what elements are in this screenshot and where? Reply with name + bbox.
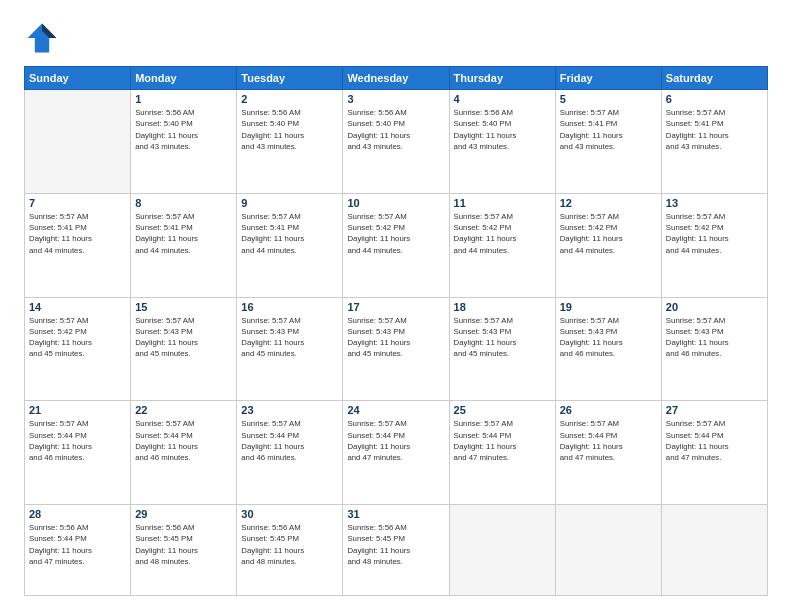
weekday-header-saturday: Saturday — [661, 67, 767, 90]
calendar-cell: 8Sunrise: 5:57 AM Sunset: 5:41 PM Daylig… — [131, 193, 237, 297]
weekday-header-sunday: Sunday — [25, 67, 131, 90]
calendar-cell — [25, 90, 131, 194]
day-number: 24 — [347, 404, 444, 416]
day-info: Sunrise: 5:56 AM Sunset: 5:40 PM Dayligh… — [135, 107, 232, 152]
day-info: Sunrise: 5:56 AM Sunset: 5:45 PM Dayligh… — [241, 522, 338, 567]
day-number: 21 — [29, 404, 126, 416]
day-number: 26 — [560, 404, 657, 416]
day-number: 14 — [29, 301, 126, 313]
day-info: Sunrise: 5:57 AM Sunset: 5:44 PM Dayligh… — [560, 418, 657, 463]
week-row-2: 7Sunrise: 5:57 AM Sunset: 5:41 PM Daylig… — [25, 193, 768, 297]
day-number: 22 — [135, 404, 232, 416]
calendar-cell: 11Sunrise: 5:57 AM Sunset: 5:42 PM Dayli… — [449, 193, 555, 297]
day-number: 10 — [347, 197, 444, 209]
day-number: 17 — [347, 301, 444, 313]
day-info: Sunrise: 5:57 AM Sunset: 5:42 PM Dayligh… — [29, 315, 126, 360]
calendar-cell: 20Sunrise: 5:57 AM Sunset: 5:43 PM Dayli… — [661, 297, 767, 401]
day-info: Sunrise: 5:56 AM Sunset: 5:40 PM Dayligh… — [454, 107, 551, 152]
calendar-cell: 15Sunrise: 5:57 AM Sunset: 5:43 PM Dayli… — [131, 297, 237, 401]
weekday-header-tuesday: Tuesday — [237, 67, 343, 90]
day-info: Sunrise: 5:57 AM Sunset: 5:43 PM Dayligh… — [560, 315, 657, 360]
day-number: 23 — [241, 404, 338, 416]
week-row-1: 1Sunrise: 5:56 AM Sunset: 5:40 PM Daylig… — [25, 90, 768, 194]
day-number: 1 — [135, 93, 232, 105]
calendar-cell: 31Sunrise: 5:56 AM Sunset: 5:45 PM Dayli… — [343, 505, 449, 596]
day-info: Sunrise: 5:57 AM Sunset: 5:44 PM Dayligh… — [29, 418, 126, 463]
calendar-cell: 16Sunrise: 5:57 AM Sunset: 5:43 PM Dayli… — [237, 297, 343, 401]
day-number: 6 — [666, 93, 763, 105]
week-row-4: 21Sunrise: 5:57 AM Sunset: 5:44 PM Dayli… — [25, 401, 768, 505]
header — [24, 20, 768, 56]
calendar-cell: 30Sunrise: 5:56 AM Sunset: 5:45 PM Dayli… — [237, 505, 343, 596]
calendar-cell: 5Sunrise: 5:57 AM Sunset: 5:41 PM Daylig… — [555, 90, 661, 194]
day-info: Sunrise: 5:57 AM Sunset: 5:44 PM Dayligh… — [241, 418, 338, 463]
calendar-cell: 10Sunrise: 5:57 AM Sunset: 5:42 PM Dayli… — [343, 193, 449, 297]
day-info: Sunrise: 5:57 AM Sunset: 5:41 PM Dayligh… — [29, 211, 126, 256]
day-info: Sunrise: 5:56 AM Sunset: 5:40 PM Dayligh… — [347, 107, 444, 152]
calendar-cell: 14Sunrise: 5:57 AM Sunset: 5:42 PM Dayli… — [25, 297, 131, 401]
day-number: 27 — [666, 404, 763, 416]
day-info: Sunrise: 5:57 AM Sunset: 5:42 PM Dayligh… — [666, 211, 763, 256]
calendar-cell — [449, 505, 555, 596]
day-number: 11 — [454, 197, 551, 209]
day-number: 9 — [241, 197, 338, 209]
calendar-cell: 21Sunrise: 5:57 AM Sunset: 5:44 PM Dayli… — [25, 401, 131, 505]
calendar-cell: 26Sunrise: 5:57 AM Sunset: 5:44 PM Dayli… — [555, 401, 661, 505]
week-row-3: 14Sunrise: 5:57 AM Sunset: 5:42 PM Dayli… — [25, 297, 768, 401]
calendar-cell: 4Sunrise: 5:56 AM Sunset: 5:40 PM Daylig… — [449, 90, 555, 194]
calendar-cell: 24Sunrise: 5:57 AM Sunset: 5:44 PM Dayli… — [343, 401, 449, 505]
day-info: Sunrise: 5:57 AM Sunset: 5:43 PM Dayligh… — [135, 315, 232, 360]
calendar-cell: 17Sunrise: 5:57 AM Sunset: 5:43 PM Dayli… — [343, 297, 449, 401]
calendar-cell — [661, 505, 767, 596]
day-number: 12 — [560, 197, 657, 209]
weekday-header-friday: Friday — [555, 67, 661, 90]
day-info: Sunrise: 5:57 AM Sunset: 5:44 PM Dayligh… — [454, 418, 551, 463]
day-number: 20 — [666, 301, 763, 313]
day-info: Sunrise: 5:57 AM Sunset: 5:42 PM Dayligh… — [454, 211, 551, 256]
day-info: Sunrise: 5:57 AM Sunset: 5:44 PM Dayligh… — [666, 418, 763, 463]
day-number: 18 — [454, 301, 551, 313]
day-number: 13 — [666, 197, 763, 209]
weekday-header-thursday: Thursday — [449, 67, 555, 90]
day-info: Sunrise: 5:57 AM Sunset: 5:43 PM Dayligh… — [454, 315, 551, 360]
calendar-cell: 25Sunrise: 5:57 AM Sunset: 5:44 PM Dayli… — [449, 401, 555, 505]
day-number: 29 — [135, 508, 232, 520]
day-number: 16 — [241, 301, 338, 313]
day-info: Sunrise: 5:57 AM Sunset: 5:41 PM Dayligh… — [560, 107, 657, 152]
day-number: 31 — [347, 508, 444, 520]
page: SundayMondayTuesdayWednesdayThursdayFrid… — [0, 0, 792, 612]
day-number: 25 — [454, 404, 551, 416]
weekday-header-monday: Monday — [131, 67, 237, 90]
calendar-cell: 7Sunrise: 5:57 AM Sunset: 5:41 PM Daylig… — [25, 193, 131, 297]
calendar-cell: 2Sunrise: 5:56 AM Sunset: 5:40 PM Daylig… — [237, 90, 343, 194]
calendar-cell: 9Sunrise: 5:57 AM Sunset: 5:41 PM Daylig… — [237, 193, 343, 297]
calendar-cell: 22Sunrise: 5:57 AM Sunset: 5:44 PM Dayli… — [131, 401, 237, 505]
day-info: Sunrise: 5:56 AM Sunset: 5:40 PM Dayligh… — [241, 107, 338, 152]
day-info: Sunrise: 5:57 AM Sunset: 5:41 PM Dayligh… — [135, 211, 232, 256]
day-info: Sunrise: 5:57 AM Sunset: 5:42 PM Dayligh… — [347, 211, 444, 256]
logo — [24, 20, 66, 56]
calendar-cell — [555, 505, 661, 596]
calendar-cell: 1Sunrise: 5:56 AM Sunset: 5:40 PM Daylig… — [131, 90, 237, 194]
calendar-cell: 29Sunrise: 5:56 AM Sunset: 5:45 PM Dayli… — [131, 505, 237, 596]
calendar-cell: 18Sunrise: 5:57 AM Sunset: 5:43 PM Dayli… — [449, 297, 555, 401]
calendar-table: SundayMondayTuesdayWednesdayThursdayFrid… — [24, 66, 768, 596]
calendar-cell: 3Sunrise: 5:56 AM Sunset: 5:40 PM Daylig… — [343, 90, 449, 194]
day-number: 15 — [135, 301, 232, 313]
week-row-5: 28Sunrise: 5:56 AM Sunset: 5:44 PM Dayli… — [25, 505, 768, 596]
day-info: Sunrise: 5:57 AM Sunset: 5:43 PM Dayligh… — [241, 315, 338, 360]
day-info: Sunrise: 5:57 AM Sunset: 5:44 PM Dayligh… — [347, 418, 444, 463]
day-number: 2 — [241, 93, 338, 105]
day-info: Sunrise: 5:57 AM Sunset: 5:43 PM Dayligh… — [347, 315, 444, 360]
day-number: 3 — [347, 93, 444, 105]
day-number: 30 — [241, 508, 338, 520]
day-number: 4 — [454, 93, 551, 105]
day-info: Sunrise: 5:57 AM Sunset: 5:42 PM Dayligh… — [560, 211, 657, 256]
day-info: Sunrise: 5:57 AM Sunset: 5:41 PM Dayligh… — [666, 107, 763, 152]
day-info: Sunrise: 5:56 AM Sunset: 5:45 PM Dayligh… — [347, 522, 444, 567]
day-number: 5 — [560, 93, 657, 105]
calendar-cell: 28Sunrise: 5:56 AM Sunset: 5:44 PM Dayli… — [25, 505, 131, 596]
calendar-cell: 27Sunrise: 5:57 AM Sunset: 5:44 PM Dayli… — [661, 401, 767, 505]
day-info: Sunrise: 5:57 AM Sunset: 5:44 PM Dayligh… — [135, 418, 232, 463]
day-number: 28 — [29, 508, 126, 520]
